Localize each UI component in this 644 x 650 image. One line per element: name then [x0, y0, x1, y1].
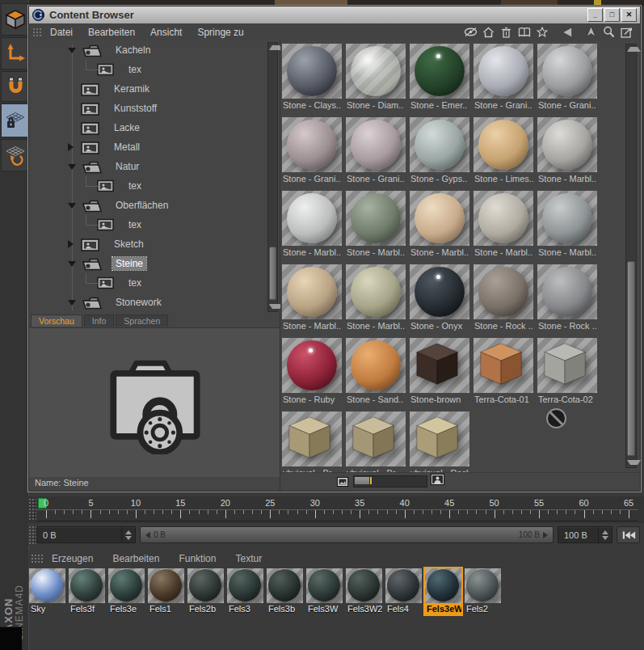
tree-item-metall[interactable]: Metall [29, 137, 280, 157]
menu-grip-handle[interactable] [32, 27, 43, 37]
material-fels3ew[interactable]: Fels3eW [425, 568, 461, 614]
end-frame-field[interactable]: 100 B [558, 526, 612, 543]
frame-range-slider[interactable]: 0 B 100 B [140, 526, 554, 543]
material-tile-stone-grani[interactable]: Stone - Grani.. [474, 44, 533, 112]
tree-item-sketch[interactable]: Sketch [29, 234, 280, 254]
material-tile-stone-diam[interactable]: Stone - Diam.. [346, 44, 406, 112]
goto-icon[interactable] [619, 25, 634, 39]
tree-item-kunststoff[interactable]: Kunststoff [29, 99, 280, 118]
axis-tool-button[interactable] [1, 37, 29, 70]
image-large-icon[interactable] [431, 474, 444, 488]
star-icon[interactable] [534, 25, 549, 39]
spinner-arrows-icon[interactable] [598, 527, 608, 542]
tree-scrollbar[interactable] [267, 42, 278, 312]
tree-item-kacheln[interactable]: Kacheln [29, 40, 280, 60]
range-grip-handle[interactable] [28, 525, 36, 544]
scroll-down-icon[interactable] [627, 460, 641, 465]
workplane-lock-button[interactable] [1, 103, 29, 137]
collapse-icon[interactable] [68, 261, 76, 267]
material-tile-vbvisual-rock[interactable]: vbvisual - Rock [410, 412, 469, 479]
timeline-ruler[interactable]: 05101520253035404550556065 [36, 498, 638, 522]
tree-item-lacke[interactable]: Lacke [29, 118, 280, 137]
material-tile-stone-marbl[interactable]: Stone - Marbl.. [537, 117, 597, 185]
tree-item-oberfl-chen[interactable]: Oberflächen [29, 196, 280, 215]
collapse-icon[interactable] [68, 164, 76, 170]
tree-item-natur[interactable]: Natur [29, 157, 280, 176]
menu-bearbeiten[interactable]: Bearbeiten [88, 27, 135, 38]
material-fels2b[interactable]: Fels2b [187, 568, 224, 614]
material-tile-stone-grani[interactable]: Stone - Grani.. [537, 44, 597, 112]
snap-magnet-button[interactable] [1, 71, 29, 102]
material-tile-stone-gyps[interactable]: Stone - Gyps.. [410, 117, 469, 185]
material-tile-stone-emer[interactable]: Stone - Emer.. [410, 44, 469, 112]
spinner-arrows-icon[interactable] [121, 527, 132, 542]
image-small-icon[interactable] [337, 475, 348, 490]
tree-item-tex[interactable]: tex [29, 176, 280, 196]
home-icon[interactable] [481, 25, 496, 39]
material-fels3e[interactable]: Fels3e [108, 568, 145, 614]
material-tile-stone-marbl[interactable]: Stone - Marbl.. [282, 191, 342, 259]
material-tile-stone-grani[interactable]: Stone - Grani.. [346, 117, 406, 185]
tree-item-tex[interactable]: tex [29, 215, 280, 234]
collapse-icon[interactable] [68, 48, 76, 53]
tab-sprachen[interactable]: Sprachen [116, 314, 168, 327]
material-fels3f[interactable]: Fels3f [69, 568, 105, 614]
range-left-arrow-icon[interactable] [145, 532, 150, 538]
zoom-slider-thumb[interactable] [355, 477, 369, 484]
material-fels3w2[interactable]: Fels3W2 [346, 568, 382, 614]
range-right-arrow-icon[interactable] [543, 532, 548, 538]
material-tile-vbvisual-br[interactable]: vbvisual - Br.. [346, 412, 406, 479]
material-tile-stone-marbl[interactable]: Stone - Marbl.. [410, 191, 469, 259]
menu-datei[interactable]: Datei [50, 27, 73, 38]
material-tile-stone-brown[interactable]: Stone-brown [410, 338, 469, 406]
tree-scrollbar-thumb[interactable] [269, 247, 276, 300]
palette-menu-erzeugen[interactable]: Erzeugen [52, 553, 93, 564]
tree-item-keramik[interactable]: Keramik [29, 79, 280, 99]
material-tile-stone-grani[interactable]: Stone - Grani.. [282, 117, 342, 185]
tree-item-tex[interactable]: tex [29, 273, 280, 293]
material-fels4[interactable]: Fels4 [385, 568, 422, 614]
catalog-icon[interactable] [516, 25, 532, 39]
tree-item-stonework[interactable]: Stonework [29, 293, 280, 312]
tab-vorschau[interactable]: Vorschau [31, 314, 82, 327]
material-tile-vbvisual-br[interactable]: vbvisual - Br.. [282, 412, 342, 479]
back-icon[interactable] [560, 25, 575, 39]
window-titlebar[interactable]: Content Browser _ □ ✕ [29, 6, 640, 23]
material-tile-stone-marbl[interactable]: Stone - Marbl.. [537, 191, 597, 259]
scroll-up-icon[interactable] [627, 47, 641, 52]
workplane-rotate-button[interactable] [1, 139, 29, 171]
current-frame-field[interactable]: 0 B [36, 526, 136, 543]
material-fels3[interactable]: Fels3 [227, 568, 263, 614]
collapse-icon[interactable] [68, 300, 76, 306]
palette-menu-bearbeiten[interactable]: Bearbeiten [112, 553, 159, 564]
material-tile-stone-ruby[interactable]: Stone - Ruby [282, 338, 342, 406]
material-tile-terra-cota-01[interactable]: Terra-Cota-01 [474, 338, 533, 406]
expand-icon[interactable] [68, 143, 74, 151]
palette-menu-textur[interactable]: Textur [235, 553, 262, 564]
tab-info[interactable]: Info [84, 314, 115, 327]
grid-scrollbar[interactable] [625, 44, 637, 468]
close-button[interactable]: ✕ [621, 8, 637, 22]
material-fels1[interactable]: Fels1 [148, 568, 184, 614]
nav-up-icon[interactable] [583, 25, 599, 39]
material-tile-terra-cota-02[interactable]: Terra-Cota-02 [537, 338, 597, 406]
material-tile-stone-clays[interactable]: Stone - Clays.. [282, 44, 342, 112]
material-tile-stone-marbl[interactable]: Stone - Marbl.. [282, 264, 342, 332]
material-tile-stone-rock[interactable]: Stone - Rock .. [537, 264, 597, 332]
material-tile-stone-marbl[interactable]: Stone - Marbl.. [346, 191, 406, 259]
material-tile-stone-limes[interactable]: Stone - Limes.. [474, 117, 533, 185]
expand-icon[interactable] [68, 240, 74, 248]
eye-icon[interactable] [463, 25, 478, 39]
material-sky[interactable]: Sky [29, 568, 65, 614]
trash-icon[interactable] [499, 25, 514, 39]
tree-item-tex[interactable]: tex [29, 60, 280, 79]
grid-scrollbar-thumb[interactable] [627, 261, 635, 456]
search-icon[interactable] [601, 25, 617, 39]
palette-grip-handle[interactable] [31, 554, 44, 564]
material-fels2[interactable]: Fels2 [465, 568, 501, 614]
material-tile-stone-sand[interactable]: Stone - Sand.. [346, 338, 406, 406]
timeline-grip-handle[interactable] [28, 498, 36, 521]
material-tile-stone-marbl[interactable]: Stone - Marbl.. [346, 264, 406, 332]
material-fels3b[interactable]: Fels3b [267, 568, 303, 614]
skip-to-start-button[interactable] [617, 526, 640, 543]
